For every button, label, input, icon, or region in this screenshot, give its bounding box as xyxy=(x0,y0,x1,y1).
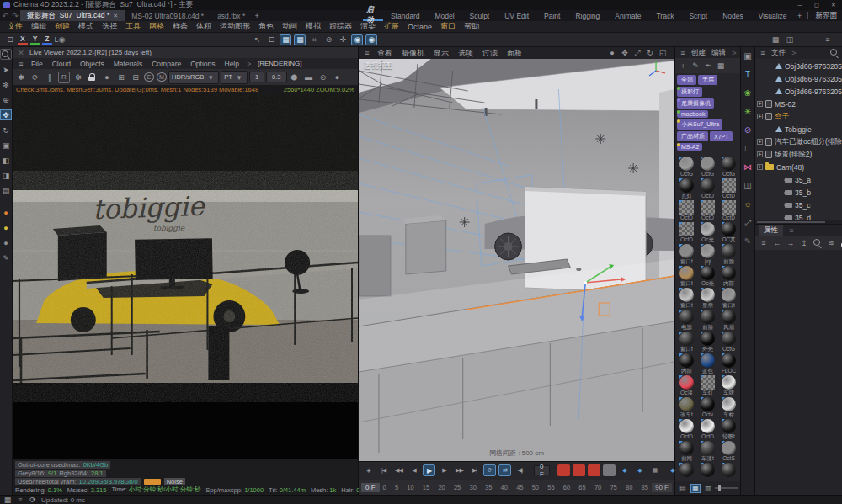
sphere-icon[interactable]: ● xyxy=(332,72,344,83)
layout-item[interactable]: UV Edit xyxy=(497,10,536,21)
material-swatch[interactable]: Oc光 xyxy=(698,222,717,243)
menu-item[interactable]: 创建 xyxy=(51,21,74,32)
expand-icon[interactable] xyxy=(757,139,763,145)
chevron-right-icon[interactable]: > xyxy=(789,48,799,58)
timeline-ruler[interactable]: 0 F 0510152025303540455055606570758085 9… xyxy=(359,480,674,496)
material-swatch[interactable]: 窗口t xyxy=(677,266,696,287)
layout-item[interactable]: Animate xyxy=(607,10,648,21)
material-swatch[interactable]: 内部 xyxy=(719,266,738,287)
live-viewer-menu-item[interactable]: Compare xyxy=(148,60,184,68)
select-cursor-icon[interactable]: ↖ xyxy=(251,34,263,45)
quantize-toggle[interactable]: ◉ xyxy=(365,34,377,45)
big-view-icon[interactable]: ▥ xyxy=(703,484,713,493)
layout-item[interactable]: Standard xyxy=(383,10,428,21)
object-tree-item[interactable]: 35_a xyxy=(755,173,842,186)
live-viewer-menu-item[interactable]: Objects xyxy=(77,60,108,68)
viewport-layout-icon[interactable]: ⊡ xyxy=(265,34,277,45)
redo-button[interactable]: ↷ xyxy=(10,11,20,21)
object-tree-item[interactable]: Obj3d66-9763205-195-908 xyxy=(755,72,842,85)
add-layout-button[interactable]: + xyxy=(795,11,805,21)
move-tool-icon[interactable]: ✥ xyxy=(0,109,12,120)
enable-snap-toggle[interactable]: ◉ xyxy=(351,34,363,45)
live-viewer-menu-item[interactable]: Options xyxy=(187,60,218,68)
restrict-icon[interactable]: ⊘ xyxy=(741,124,754,136)
expand-icon[interactable] xyxy=(757,151,763,157)
sound-toggle[interactable]: ◀) xyxy=(514,464,526,476)
bowtie-icon[interactable]: ⋈ xyxy=(741,161,754,173)
close-button[interactable]: ✕ xyxy=(829,1,839,9)
material-tag[interactable]: 产品材质 xyxy=(677,131,708,141)
expand-icon[interactable] xyxy=(757,101,763,107)
pen-icon[interactable]: ✎ xyxy=(741,235,754,247)
material-picker-icon[interactable]: M xyxy=(157,72,167,82)
material-swatch[interactable]: OctG xyxy=(719,332,738,353)
menu-item[interactable]: 角色 xyxy=(254,21,278,32)
viewport-view-label[interactable]: 透视视图 xyxy=(364,61,392,72)
live-viewer-menu-item[interactable]: Materials xyxy=(110,60,146,68)
record-scale-toggle[interactable] xyxy=(603,464,616,476)
band-icon[interactable]: ▬ xyxy=(303,72,315,83)
viewport-menu-item[interactable]: 面板 xyxy=(504,48,525,59)
material-swatch[interactable]: OctG xyxy=(719,157,738,178)
hamburger-icon[interactable]: ≡ xyxy=(16,59,26,69)
axis-mode-icon[interactable]: ● xyxy=(0,207,12,218)
material-swatch[interactable]: 显示 xyxy=(698,288,717,309)
edit-mode-icon[interactable]: ✎ xyxy=(0,252,12,263)
panel-menu-icon[interactable]: ≡ xyxy=(822,34,834,45)
grid-view-icon[interactable]: ▦ xyxy=(690,484,701,493)
workplane-mode-icon[interactable]: ● xyxy=(0,237,12,248)
tab-menu-icon[interactable]: ≡ xyxy=(786,225,797,236)
material-swatch[interactable]: Octv xyxy=(698,397,717,418)
grid-icon[interactable]: ▦ xyxy=(3,495,13,504)
live-viewer-menu-item[interactable]: File xyxy=(28,60,46,68)
record-position-toggle[interactable] xyxy=(573,464,585,476)
timeline-grid-icon[interactable]: ▦ xyxy=(648,464,661,476)
keyframe-nav-icon[interactable]: ◈ xyxy=(362,464,375,476)
tab-close-icon[interactable]: ✕ xyxy=(113,13,118,19)
shading-sphere-icon[interactable]: ● xyxy=(607,48,617,58)
hamburger-icon[interactable]: ≡ xyxy=(362,48,372,58)
bulb-icon[interactable]: ☼ xyxy=(741,198,754,210)
range-end[interactable]: 90 F xyxy=(652,483,672,492)
layout-item[interactable]: Model xyxy=(427,10,461,21)
texture-mode-icon[interactable]: ● xyxy=(0,222,12,233)
back-icon[interactable]: ← xyxy=(772,238,782,248)
material-swatch[interactable]: OctD xyxy=(698,419,717,440)
point-mode-icon[interactable]: ◧ xyxy=(0,155,12,166)
material-tag[interactable]: 全部 xyxy=(677,75,696,85)
refresh-render-button[interactable]: ⟳ xyxy=(29,72,41,83)
pass-icon[interactable]: ⬢ xyxy=(289,72,301,83)
material-swatch[interactable]: 车标 xyxy=(719,397,738,418)
render-view[interactable]: tobiggie tobiggie xyxy=(13,94,358,459)
material-swatch[interactable]: OctD xyxy=(698,178,717,199)
edit-material-icon[interactable]: ✎ xyxy=(690,61,701,71)
viewport-menu-item[interactable]: 摄像机 xyxy=(398,48,428,59)
prev-frame-button[interactable]: ◀ xyxy=(408,464,420,476)
play-button[interactable]: ▶ xyxy=(423,464,435,476)
material-swatch[interactable]: 风扇 xyxy=(719,310,738,331)
plant-icon[interactable]: ❀ xyxy=(741,87,754,99)
material-swatch[interactable]: 窗口t xyxy=(677,244,696,265)
object-tree-item[interactable]: 盒子 xyxy=(755,110,842,123)
material-swatch[interactable]: 轮毂t xyxy=(719,419,738,440)
record-keyframe-button[interactable] xyxy=(557,464,570,476)
viewport-menu-item[interactable]: 选项 xyxy=(455,48,477,59)
layout-startup[interactable]: 启动 xyxy=(363,10,383,21)
playhead[interactable]: 0 F xyxy=(361,483,380,492)
menu-item[interactable]: 扩展 xyxy=(380,21,403,32)
material-tag[interactable]: MS-A2 xyxy=(677,143,702,151)
layout-item[interactable]: Paint xyxy=(536,10,568,21)
material-swatch[interactable]: 窗口t xyxy=(677,288,696,309)
material-swatch[interactable]: 外壳 xyxy=(698,332,717,353)
next-frame-button[interactable]: ▶ xyxy=(438,464,450,476)
forward-icon[interactable]: → xyxy=(786,238,796,248)
reset-button[interactable]: R xyxy=(58,72,70,83)
lock-resolution-toggle[interactable] xyxy=(87,72,99,83)
samples-field[interactable]: 1 xyxy=(249,72,264,82)
layout-panel-icon[interactable]: ▦ xyxy=(770,34,781,45)
viewport-menu-item[interactable]: 过滤 xyxy=(479,48,501,59)
printer-icon[interactable]: ◫ xyxy=(741,179,754,192)
y-axis-toggle[interactable]: Y xyxy=(30,34,40,45)
layout-item[interactable]: Nodes xyxy=(715,10,751,21)
expand-icon[interactable] xyxy=(757,114,763,119)
